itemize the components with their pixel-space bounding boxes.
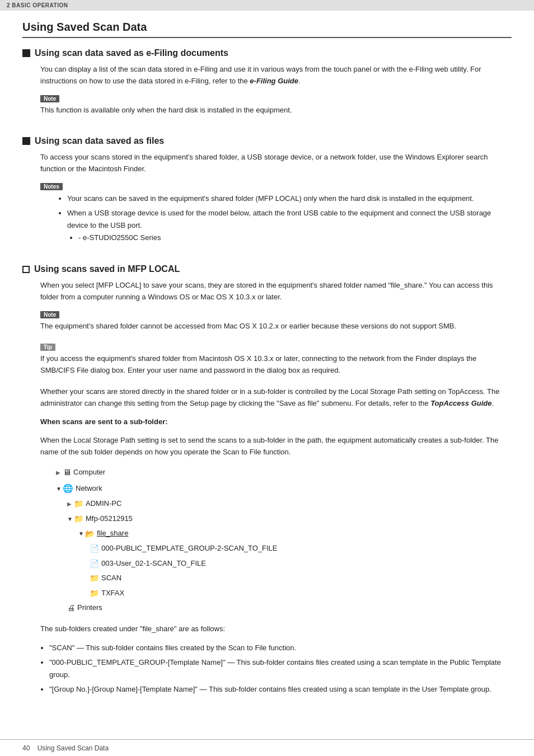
doc-icon2: 📄 <box>90 556 99 571</box>
section2-notes: Notes Your scans can be saved in the equ… <box>40 182 512 251</box>
section1-body: You can display a list of the scan data … <box>40 64 512 87</box>
notes-label: Notes <box>40 182 512 192</box>
page-title: Using Saved Scan Data <box>22 21 512 38</box>
folder-icon3: 📂 <box>85 527 95 542</box>
list-item: Your scans can be saved in the equipment… <box>67 192 512 205</box>
section1-note-text: This function is available only when the… <box>40 105 292 116</box>
computer-icon: 🖥 <box>63 464 71 481</box>
list-item: When a USB storage device is used for th… <box>67 207 512 244</box>
arrow-down-icon3: ▼ <box>78 528 83 539</box>
note-label: Note <box>40 94 292 105</box>
tree-file-share: ▼ 📂 file_share <box>78 527 512 542</box>
empty-square-icon <box>22 266 30 273</box>
section2: Using scan data saved as files To access… <box>22 136 512 254</box>
sub-bullet-list: e-STUDIO2550C Series <box>78 232 512 244</box>
tree-computer: ▶ 🖥 Computer <box>56 464 512 481</box>
tree-scan: 📁 SCAN <box>90 571 512 586</box>
black-square-icon <box>22 49 30 57</box>
section3-tip: Tip If you access the equipment's shared… <box>40 342 499 383</box>
tree-admin-pc: ▶ 📁 ADMIN-PC <box>67 496 512 511</box>
section3-note: Note The equipment's shared folder canno… <box>40 310 456 339</box>
subsection-title: When scans are sent to a sub-folder: <box>40 416 512 428</box>
list-item: "SCAN" — This sub-folder contains files … <box>49 642 512 654</box>
section2-bullet-list: Your scans can be saved in the equipment… <box>67 192 512 244</box>
tree-network: ▼ 🌐 Network <box>56 481 512 497</box>
tree-txfax: 📁 TXFAX <box>90 586 512 601</box>
tree-printers: 🖨 Printers <box>67 600 512 616</box>
tip-label: Tip <box>40 342 499 353</box>
section3-body2: Whether your scans are stored directly i… <box>40 386 512 410</box>
tree-folder1: 📄 000-PUBLIC_TEMPLATE_GROUP-2-SCAN_TO_FI… <box>90 541 512 556</box>
network-icon: 🌐 <box>63 481 73 497</box>
printer-icon: 🖨 <box>67 600 75 616</box>
section1-note: Note This function is available only whe… <box>40 94 292 123</box>
arrow-down-icon: ▼ <box>56 483 60 494</box>
main-content: Using Saved Scan Data Using scan data sa… <box>0 11 534 722</box>
section3-note-text: The equipment's shared folder cannot be … <box>40 321 456 332</box>
note-label2: Note <box>40 310 456 321</box>
page-footer: 40 Using Saved Scan Data <box>0 739 534 752</box>
section2-body: To access your scans stored in the equip… <box>40 152 512 175</box>
arrow-down-icon2: ▼ <box>67 514 72 524</box>
folder-icon2: 📁 <box>74 511 83 527</box>
file-tree: ▶ 🖥 Computer ▼ 🌐 Network ▶ 📁 ADMIN-PC ▼ … <box>56 464 512 616</box>
footer-label: Using Saved Scan Data <box>38 744 109 752</box>
footer-page-number: 40 <box>22 744 30 752</box>
section3: Using scans saved in MFP LOCAL When you … <box>22 264 512 696</box>
folder-icon: 📁 <box>74 496 83 511</box>
section1-title: Using scan data saved as e-Filing docume… <box>22 48 512 58</box>
arrow-right-icon: ▶ <box>56 467 60 478</box>
top-bar-label: 2 BASIC OPERATION <box>7 2 68 8</box>
section3-body1: When you select [MFP LOCAL] to save your… <box>40 280 512 303</box>
list-item: e-STUDIO2550C Series <box>78 232 512 244</box>
tree-mfp: ▼ 📁 Mfp-05212915 <box>67 511 512 527</box>
subfolder-bullet-list: "SCAN" — This sub-folder contains files … <box>49 642 512 696</box>
subsection-body: When the Local Storage Path setting is s… <box>40 435 512 458</box>
section1: Using scan data saved as e-Filing docume… <box>22 48 512 126</box>
doc-icon3: 📁 <box>90 571 99 586</box>
list-item: "000-PUBLIC_TEMPLATE_GROUP-[Template Nam… <box>49 656 512 681</box>
section3-tip-text: If you access the equipment's shared fol… <box>40 353 499 377</box>
list-item: "[Group No.]-[Group Name]-[Template Name… <box>49 683 512 696</box>
tree-folder2: 📄 003-User_02-1-SCAN_TO_FILE <box>90 556 512 571</box>
doc-icon4: 📁 <box>90 586 99 601</box>
section3-title: Using scans saved in MFP LOCAL <box>22 264 512 274</box>
top-bar: 2 BASIC OPERATION <box>0 0 534 11</box>
subfolder-intro: The sub-folders created under "file_shar… <box>40 623 512 635</box>
doc-icon1: 📄 <box>90 541 99 556</box>
black-square-icon2 <box>22 137 30 145</box>
arrow-right-icon2: ▶ <box>67 499 72 509</box>
section2-title: Using scan data saved as files <box>22 136 512 146</box>
